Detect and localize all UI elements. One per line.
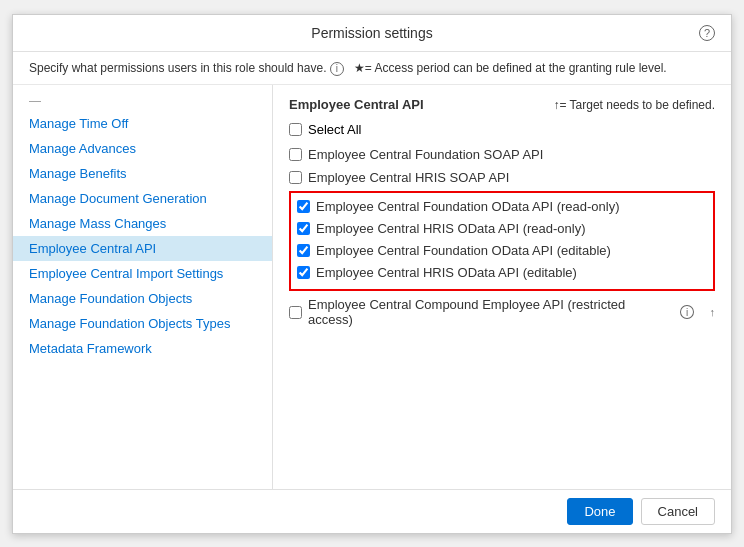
- main-content: Employee Central API ↑= Target needs to …: [273, 85, 731, 488]
- checkbox-foundation-odata-editable[interactable]: [297, 244, 310, 257]
- target-label: ↑= Target needs to be defined.: [553, 98, 715, 112]
- select-all-row: Select All: [289, 120, 715, 139]
- sidebar-item-manage-benefits[interactable]: Manage Benefits: [13, 161, 272, 186]
- cancel-button[interactable]: Cancel: [641, 498, 715, 525]
- select-all-checkbox[interactable]: [289, 123, 302, 136]
- label-compound-employee-api[interactable]: Employee Central Compound Employee API (…: [308, 297, 665, 327]
- info-note: ★= Access period can be defined at the g…: [354, 61, 667, 75]
- permission-settings-dialog: Permission settings ? Specify what permi…: [12, 14, 732, 534]
- checkbox-row-foundation-odata-readonly: Employee Central Foundation OData API (r…: [297, 197, 707, 216]
- checkbox-soap-api[interactable]: [289, 148, 302, 161]
- checkbox-hris-odata-readonly[interactable]: [297, 222, 310, 235]
- checkbox-hris-odata-editable[interactable]: [297, 266, 310, 279]
- label-hris-odata-readonly[interactable]: Employee Central HRIS OData API (read-on…: [316, 221, 586, 236]
- done-button[interactable]: Done: [567, 498, 632, 525]
- sidebar-item-manage-advances[interactable]: Manage Advances: [13, 136, 272, 161]
- dialog-footer: Done Cancel: [13, 489, 731, 533]
- label-foundation-odata-editable[interactable]: Employee Central Foundation OData API (e…: [316, 243, 611, 258]
- help-icon[interactable]: ?: [699, 25, 715, 41]
- section-title: Employee Central API: [289, 97, 424, 112]
- dialog-body: Specify what permissions users in this r…: [13, 52, 731, 489]
- checkbox-row-hris-odata-readonly: Employee Central HRIS OData API (read-on…: [297, 219, 707, 238]
- info-bar: Specify what permissions users in this r…: [13, 52, 731, 86]
- sidebar-item-manage-foundation-objects-types[interactable]: Manage Foundation Objects Types: [13, 311, 272, 336]
- compound-api-target-icon: ↑: [710, 306, 716, 318]
- sidebar-item-manage-time-off[interactable]: Manage Time Off: [13, 111, 272, 136]
- checkbox-row-compound-employee-api: Employee Central Compound Employee API (…: [289, 295, 715, 329]
- checkbox-compound-employee-api[interactable]: [289, 306, 302, 319]
- content-area: — Manage Time Off Manage Advances Manage…: [13, 85, 731, 488]
- checkbox-row-foundation-odata-editable: Employee Central Foundation OData API (e…: [297, 241, 707, 260]
- sidebar-item-employee-central-import-settings[interactable]: Employee Central Import Settings: [13, 261, 272, 286]
- dialog-title: Permission settings: [311, 25, 432, 41]
- sidebar-item-manage-document-generation[interactable]: Manage Document Generation: [13, 186, 272, 211]
- compound-api-info-icon[interactable]: i: [680, 305, 694, 319]
- info-text: Specify what permissions users in this r…: [29, 61, 326, 75]
- sidebar-truncated: —: [13, 91, 272, 111]
- label-soap-api[interactable]: Employee Central Foundation SOAP API: [308, 147, 543, 162]
- label-foundation-odata-readonly[interactable]: Employee Central Foundation OData API (r…: [316, 199, 620, 214]
- sidebar-item-manage-foundation-objects[interactable]: Manage Foundation Objects: [13, 286, 272, 311]
- highlighted-group: Employee Central Foundation OData API (r…: [289, 191, 715, 291]
- info-icon-small: i: [330, 62, 344, 76]
- sidebar-item-employee-central-api[interactable]: Employee Central API: [13, 236, 272, 261]
- checkbox-row-hris-odata-editable: Employee Central HRIS OData API (editabl…: [297, 263, 707, 282]
- sidebar: — Manage Time Off Manage Advances Manage…: [13, 85, 273, 488]
- label-hris-soap-api[interactable]: Employee Central HRIS SOAP API: [308, 170, 509, 185]
- checkbox-hris-soap-api[interactable]: [289, 171, 302, 184]
- checkbox-foundation-odata-readonly[interactable]: [297, 200, 310, 213]
- section-header: Employee Central API ↑= Target needs to …: [289, 97, 715, 112]
- dialog-header: Permission settings ?: [13, 15, 731, 52]
- sidebar-item-metadata-framework[interactable]: Metadata Framework: [13, 336, 272, 361]
- checkbox-row-soap-api: Employee Central Foundation SOAP API: [289, 145, 715, 164]
- sidebar-item-manage-mass-changes[interactable]: Manage Mass Changes: [13, 211, 272, 236]
- select-all-label[interactable]: Select All: [308, 122, 361, 137]
- checkbox-row-hris-soap-api: Employee Central HRIS SOAP API: [289, 168, 715, 187]
- label-hris-odata-editable[interactable]: Employee Central HRIS OData API (editabl…: [316, 265, 577, 280]
